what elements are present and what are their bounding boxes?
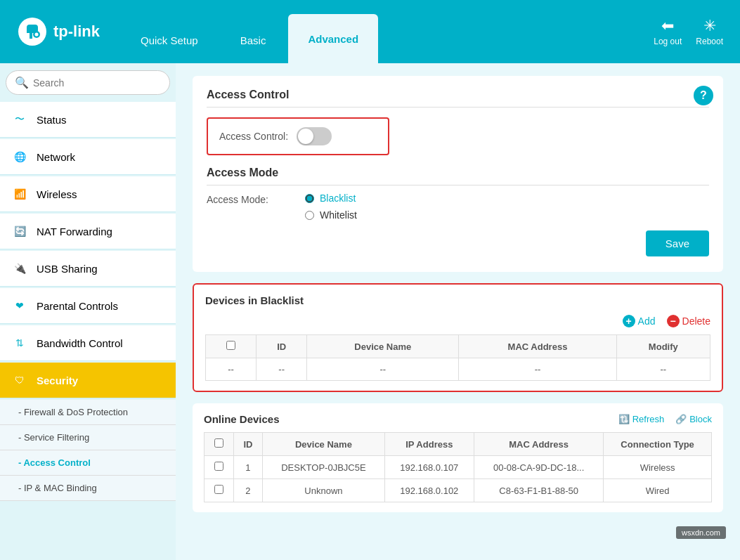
sidebar-item-nat[interactable]: 🔄 NAT Forwarding (0, 214, 176, 249)
sidebar-item-label: USB Sharing (37, 263, 98, 275)
add-button[interactable]: + Add (623, 315, 656, 327)
usb-icon: 🔌 (11, 260, 28, 277)
bandwidth-icon: ⇅ (11, 334, 28, 351)
access-mode-title: Access Mode (207, 167, 709, 185)
col-modify: Modify (616, 335, 710, 358)
delete-button[interactable]: − Delete (667, 315, 710, 327)
logo-text: tp-link (53, 22, 100, 41)
network-icon: 🌐 (11, 148, 28, 165)
reboot-icon: ✳ (703, 17, 716, 35)
row-checkbox-1[interactable] (214, 462, 223, 471)
header-actions: ⬅ Log out ✳ Reboot (654, 17, 723, 46)
table-row: -- -- -- -- -- (206, 358, 710, 381)
sidebar-item-parental[interactable]: ❤ Parental Controls (0, 288, 176, 324)
refresh-button[interactable]: 🔃 Refresh (618, 414, 665, 424)
col-device-name: Device Name (307, 335, 459, 358)
sidebar-item-wireless[interactable]: 📶 Wireless (0, 176, 176, 212)
online-col-ip: IP Address (384, 433, 474, 456)
access-control-toggle[interactable] (297, 127, 332, 145)
access-mode-label: Access Mode: (207, 193, 305, 205)
nat-icon: 🔄 (11, 223, 28, 240)
online-col-id: ID (233, 433, 263, 456)
tp-link-logo-icon (17, 16, 48, 47)
access-mode-form: Access Mode: Blacklist Whitelist (207, 193, 709, 221)
access-control-title: Access Control (207, 89, 709, 108)
access-control-section: ? Access Control Access Control: Access … (193, 76, 723, 272)
refresh-icon: 🔃 (618, 414, 630, 424)
search-input[interactable] (33, 77, 161, 89)
logout-button[interactable]: ⬅ Log out (654, 17, 682, 46)
parental-icon: ❤ (11, 297, 28, 314)
logo-area: tp-link (17, 16, 100, 47)
online-col-checkbox (205, 433, 234, 456)
sub-item-access-control[interactable]: - Access Control (0, 450, 176, 476)
whitelist-radio[interactable] (305, 211, 314, 220)
tab-advanced[interactable]: Advanced (288, 14, 378, 63)
access-control-toggle-box: Access Control: (207, 117, 389, 155)
sidebar-item-label: Wireless (37, 188, 77, 200)
tab-basic[interactable]: Basic (221, 18, 286, 63)
content-area: ? Access Control Access Control: Access … (176, 63, 740, 560)
sidebar-item-network[interactable]: 🌐 Network (0, 139, 176, 175)
online-table: ID Device Name IP Address MAC Address Co… (204, 432, 712, 502)
whitelist-radio-label[interactable]: Whitelist (305, 209, 357, 221)
sidebar-item-bandwidth[interactable]: ⇅ Bandwidth Control (0, 325, 176, 361)
search-box[interactable]: 🔍 (6, 70, 170, 95)
blacklist-section: Devices in Blacklist + Add − Delete ID D… (193, 283, 723, 392)
select-all-checkbox[interactable] (226, 341, 235, 350)
online-col-connection: Connection Type (604, 433, 712, 456)
help-icon[interactable]: ? (694, 86, 713, 105)
sidebar-item-label: NAT Forwarding (37, 226, 112, 237)
block-button[interactable]: 🔗 Block (675, 414, 712, 424)
blacklist-table: ID Device Name MAC Address Modify -- -- … (205, 334, 710, 381)
online-col-mac: MAC Address (474, 433, 604, 456)
sidebar-item-label: Network (37, 151, 75, 163)
status-icon: 〜 (11, 111, 28, 128)
online-actions: 🔃 Refresh 🔗 Block (618, 414, 712, 424)
online-devices-section: Online Devices 🔃 Refresh 🔗 Block (193, 403, 723, 512)
sidebar-item-usb[interactable]: 🔌 USB Sharing (0, 251, 176, 287)
col-id: ID (257, 335, 307, 358)
search-icon: 🔍 (15, 76, 29, 89)
col-mac-address: MAC Address (459, 335, 616, 358)
main-layout: 🔍 〜 Status 🌐 Network 📶 Wireless 🔄 NAT Fo… (0, 63, 740, 560)
sidebar-item-label: Status (37, 114, 67, 126)
blacklist-radio-label[interactable]: Blacklist (305, 193, 357, 204)
table-row: 2 Unknown 192.168.0.102 C8-63-F1-B1-88-5… (205, 479, 712, 502)
radio-options: Blacklist Whitelist (305, 193, 357, 221)
online-col-device: Device Name (263, 433, 384, 456)
row-checkbox-2[interactable] (214, 485, 223, 494)
sub-item-ip-mac[interactable]: - IP & MAC Binding (0, 476, 176, 501)
header: tp-link Quick Setup Basic Advanced ⬅ Log… (0, 0, 740, 63)
online-select-all[interactable] (214, 438, 223, 448)
tab-quick-setup[interactable]: Quick Setup (121, 18, 218, 63)
sidebar-item-label: Bandwidth Control (37, 337, 123, 349)
online-title: Online Devices (204, 413, 280, 425)
sub-item-firewall[interactable]: - Firewall & DoS Protection (0, 400, 176, 425)
sidebar-item-label: Parental Controls (37, 300, 118, 312)
col-checkbox (206, 335, 257, 358)
security-icon: 🛡 (11, 372, 28, 389)
reboot-button[interactable]: ✳ Reboot (696, 17, 723, 46)
sidebar-item-status[interactable]: 〜 Status (0, 102, 176, 138)
access-control-label: Access Control: (219, 131, 288, 142)
sidebar-item-security[interactable]: 🛡 Security (0, 363, 176, 398)
add-icon: + (623, 315, 635, 327)
logout-icon: ⬅ (661, 17, 674, 35)
nav-tabs: Quick Setup Basic Advanced (121, 0, 654, 63)
blacklist-title: Devices in Blacklist (205, 294, 710, 306)
block-icon: 🔗 (675, 414, 687, 424)
table-actions: + Add − Delete (205, 315, 710, 327)
sidebar: 🔍 〜 Status 🌐 Network 📶 Wireless 🔄 NAT Fo… (0, 63, 176, 560)
online-header: Online Devices 🔃 Refresh 🔗 Block (204, 413, 712, 425)
delete-icon: − (667, 315, 680, 327)
table-row: 1 DESKTOP-0JBJC5E 192.168.0.107 00-08-CA… (205, 456, 712, 479)
sidebar-item-label: Security (37, 375, 78, 386)
sub-item-service-filtering[interactable]: - Service Filtering (0, 425, 176, 450)
blacklist-radio[interactable] (305, 194, 314, 203)
save-button[interactable]: Save (646, 230, 709, 256)
svg-point-2 (35, 33, 39, 37)
wireless-icon: 📶 (11, 185, 28, 202)
